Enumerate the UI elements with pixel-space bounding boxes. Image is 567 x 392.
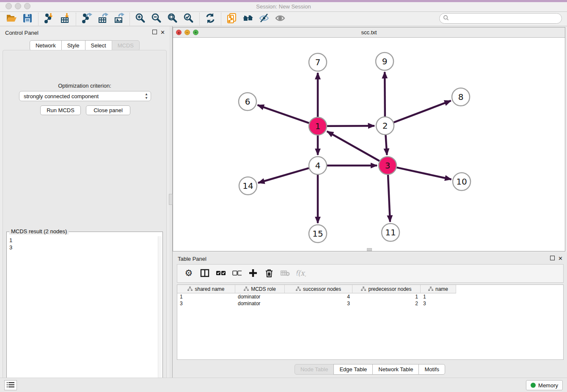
graph-node-3[interactable]: 3 [379,157,396,174]
graph-node-15[interactable]: 15 [309,225,327,243]
export-image-button[interactable] [111,13,127,25]
clone-network-button[interactable] [224,13,240,25]
edge-1-6[interactable] [258,105,309,123]
network-resize-grip[interactable] [367,248,372,251]
table-row[interactable]: 3dominator323 [177,300,563,307]
node-table-header: shared nameMCDS rolesuccessor nodesprede… [177,285,563,293]
save-button[interactable] [19,13,36,25]
mcds-result-legend: MCDS result (2 nodes) [9,228,69,235]
import-network-button[interactable] [41,13,57,25]
column-label: predecessor nodes [368,286,411,292]
open-folder-button[interactable] [3,13,19,25]
column-header-name[interactable]: name [421,285,456,293]
table-cell[interactable]: 2 [352,300,421,307]
tab-network[interactable]: Network [30,40,62,51]
mcds-result-text[interactable]: 13 [8,236,158,389]
run-mcds-button[interactable]: Run MCDS [40,105,81,115]
tab-mcds[interactable]: MCDS [112,40,140,51]
table-cell[interactable]: dominator [235,300,285,307]
edge-3-11[interactable] [388,175,390,222]
zoom-out-button[interactable] [149,13,165,25]
close-panel-button[interactable]: Close panel [86,105,130,115]
split-columns-button[interactable] [198,266,212,281]
tab-select[interactable]: Select [85,40,112,51]
tab-edge-table[interactable]: Edge Table [333,364,373,375]
home-button[interactable] [240,13,256,25]
vertical-split-grip[interactable] [169,194,173,205]
gear-button[interactable]: ⚙ [182,266,196,281]
edge-2-3[interactable] [385,135,387,155]
table-cell[interactable]: 1 [352,293,421,300]
graph-node-10[interactable]: 10 [453,173,471,190]
search-box[interactable] [439,13,562,24]
select-all-button[interactable] [214,266,228,281]
control-panel-tabs: NetworkStyleSelectMCDS [0,40,169,51]
column-header-shared-name[interactable]: shared name [177,285,235,293]
refresh-button[interactable] [202,13,218,25]
edge-2-8[interactable] [394,101,451,122]
hide-visibility-button[interactable] [256,13,272,25]
network-window-title: scc.txt [173,29,565,36]
graph-node-1[interactable]: 1 [309,117,327,135]
table-cell[interactable]: 3 [285,300,352,307]
export-table-button[interactable] [95,13,111,25]
graph-node-2[interactable]: 2 [376,117,394,135]
float-table-panel-icon[interactable] [550,256,555,260]
network-window-titlebar[interactable]: x − + scc.txt [173,28,565,38]
graph-node-7[interactable]: 7 [309,53,327,71]
graph-node-14[interactable]: 14 [239,177,257,195]
svg-text:f(x): f(x) [297,269,306,277]
graph-node-9[interactable]: 9 [376,52,394,70]
memory-button[interactable]: Memory [526,380,563,390]
criterion-dropdown[interactable]: strongly connected component ▲▼ [19,91,151,101]
refresh-icon [205,13,216,25]
svg-text:3: 3 [385,160,391,171]
zoom-in-button[interactable] [132,13,149,25]
edge-2-9[interactable] [385,72,385,116]
graph-node-8[interactable]: 8 [452,88,470,106]
task-history-button[interactable] [4,380,17,390]
export-network-button[interactable] [79,13,95,25]
deselect-all-button[interactable] [230,266,244,281]
delete-row-button[interactable] [262,266,276,281]
svg-text:7: 7 [315,57,321,67]
column-header-predecessor-nodes[interactable]: predecessor nodes [352,285,421,293]
task-list-icon [7,382,14,389]
table-cell[interactable]: 4 [285,293,352,300]
zoom-fit-button[interactable] [165,13,181,25]
column-header-MCDS-role[interactable]: MCDS role [235,285,285,293]
search-input[interactable] [451,16,561,22]
edge-4-14[interactable] [258,168,309,183]
tab-style[interactable]: Style [61,40,85,51]
table-toolbar: ⚙f(x) [177,264,564,283]
tab-node-table[interactable]: Node Table [295,364,334,375]
column-header-successor-nodes[interactable]: successor nodes [285,285,352,293]
table-panel-tabs: Node TableEdge TableNetwork TableMotifs [173,364,567,375]
tab-network-table[interactable]: Network Table [372,364,419,375]
zoom-selected-button[interactable] [181,13,197,25]
graph-node-11[interactable]: 11 [382,224,399,241]
tab-motifs[interactable]: Motifs [418,364,445,375]
table-cell[interactable]: 1 [421,293,456,300]
table-row[interactable]: 1dominator411 [177,293,563,300]
close-panel-icon[interactable]: ✕ [160,29,165,36]
edge-3-1[interactable] [327,131,380,161]
edge-1-2[interactable] [327,126,374,126]
table-cell[interactable]: 3 [177,300,235,307]
table-cell[interactable]: 1 [177,293,235,300]
close-table-panel-icon[interactable]: ✕ [558,255,563,262]
table-cell[interactable]: 3 [421,300,456,307]
table-panel: Table Panel ✕ ⚙f(x) shared nameMCDS role… [173,252,567,378]
result-scrollbar[interactable] [158,236,162,389]
network-graph-canvas[interactable]: 7968124314101511 [173,38,565,251]
add-row-button[interactable] [246,266,260,281]
table-cell[interactable]: dominator [235,293,285,300]
graph-node-6[interactable]: 6 [239,93,256,110]
visibility-button[interactable] [272,13,288,25]
float-panel-icon[interactable] [152,30,157,34]
node-table[interactable]: shared nameMCDS rolesuccessor nodesprede… [177,284,564,360]
svg-text:10: 10 [456,177,467,187]
graph-node-4[interactable]: 4 [309,157,327,174]
edge-3-10[interactable] [396,168,451,179]
import-table-button[interactable] [57,13,73,25]
